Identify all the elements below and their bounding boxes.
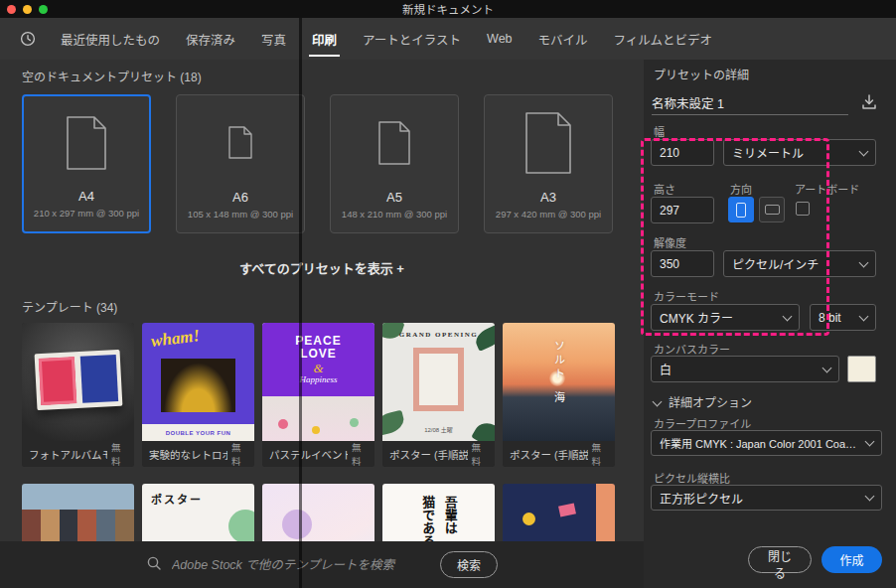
tab-web[interactable]: Web <box>474 18 524 60</box>
orientation-landscape-button[interactable] <box>759 197 785 222</box>
document-page-icon <box>485 95 612 190</box>
preset-name: A4 <box>78 189 94 204</box>
chevron-down-icon <box>822 363 832 372</box>
download-tray-icon <box>859 92 879 112</box>
color-mode-label: カラーモード <box>654 288 719 304</box>
chevron-down-icon <box>865 437 875 447</box>
color-mode-dropdown[interactable]: CMYK カラー <box>651 304 800 331</box>
preset-card-a3[interactable]: A3 297 x 420 mm @ 300 ppi <box>484 94 613 233</box>
pixel-aspect-label: ピクセル縦横比 <box>654 470 730 486</box>
titlebar: 新規ドキュメント <box>0 0 896 18</box>
template-label: ポスター (手順説… <box>389 447 468 462</box>
retro-poster-thumbnail: wham! DOUBLE YOUR FUN <box>142 323 254 441</box>
canvas-color-label: カンバスカラー <box>654 341 730 357</box>
preset-card-a4[interactable]: A4 210 x 297 mm @ 300 ppi <box>22 94 151 233</box>
new-document-dialog: 新規ドキュメント 最近使用したもの 保存済み 写真 印刷 アートとイラスト We… <box>0 0 896 588</box>
template-card-grand-opening[interactable]: GRAND OPENING 12/08 土曜 ポスター (手順説… 無料 <box>382 323 495 467</box>
preset-card-a6[interactable]: A6 105 x 148 mm @ 300 ppi <box>176 94 305 233</box>
document-page-icon <box>177 95 304 190</box>
color-profile-label: カラープロファイル <box>654 415 751 431</box>
template-label: ポスター (手順説… <box>510 447 588 462</box>
tab-recent[interactable]: 最近使用したもの <box>48 18 173 60</box>
chevron-down-icon <box>865 492 875 502</box>
panel-title: プリセットの詳細 <box>654 66 749 82</box>
width-input[interactable]: 210 <box>651 139 714 166</box>
free-badge: 無料 <box>352 440 368 467</box>
preset-name: A6 <box>232 190 248 205</box>
orientation-portrait-button[interactable] <box>728 197 754 222</box>
canvas-color-dropdown[interactable]: 白 <box>651 356 839 382</box>
height-label: 高さ <box>654 181 675 197</box>
width-label: 幅 <box>654 123 665 139</box>
template-card-retro-poster[interactable]: wham! DOUBLE YOUR FUN 実験的なレトロポ… 無料 <box>142 323 254 467</box>
preset-dimensions: 210 x 297 mm @ 300 ppi <box>34 208 139 219</box>
chevron-down-icon <box>653 397 663 407</box>
create-button[interactable]: 作成 <box>821 546 882 573</box>
pastel-event-thumbnail: PEACE LOVE & Happiness <box>262 323 374 441</box>
document-page-icon <box>24 96 149 189</box>
bit-depth-dropdown[interactable]: 8 bit <box>810 304 876 331</box>
show-all-presets-link[interactable]: すべてのプリセットを表示 + <box>0 258 644 277</box>
template-search-bar: 検索 <box>0 541 644 588</box>
grand-opening-thumbnail: GRAND OPENING 12/08 土曜 <box>382 323 495 441</box>
templates-section-title: テンプレート (34) <box>22 298 117 315</box>
preset-dimensions: 297 x 420 mm @ 300 ppi <box>496 209 601 220</box>
tab-mobile[interactable]: モバイル <box>525 18 601 60</box>
template-label: フォトアルバムモ… <box>29 447 107 462</box>
canvas-color-swatch[interactable] <box>847 356 876 382</box>
resolution-label: 解像度 <box>654 234 686 250</box>
tab-art-illustration[interactable]: アートとイラスト <box>350 18 474 60</box>
close-button[interactable]: 閉じる <box>748 546 812 573</box>
preset-dimensions: 148 x 210 mm @ 300 ppi <box>342 209 447 220</box>
save-preset-button[interactable] <box>856 89 882 115</box>
stock-search-input[interactable] <box>172 558 402 572</box>
portrait-icon <box>736 203 746 218</box>
free-badge: 無料 <box>231 440 247 467</box>
photo-album-thumbnail <box>22 323 134 441</box>
search-button[interactable]: 検索 <box>440 551 498 578</box>
clock-icon <box>20 31 36 47</box>
tab-film-video[interactable]: フィルムとビデオ <box>601 18 726 60</box>
free-badge: 無料 <box>111 440 127 467</box>
resolution-unit-dropdown[interactable]: ピクセル/インチ <box>723 250 876 277</box>
sunset-sea-thumbnail: ソルト海 <box>503 323 615 441</box>
search-icon <box>146 555 162 575</box>
document-name-field[interactable]: 名称未設定 1 <box>652 91 848 115</box>
template-label: パステルイベント… <box>269 447 348 462</box>
color-profile-dropdown[interactable]: 作業用 CMYK : Japan Color 2001 Coa… <box>651 430 882 456</box>
orientation-label: 方向 <box>730 181 752 197</box>
height-input[interactable]: 297 <box>651 197 714 223</box>
preset-dimensions: 105 x 148 mm @ 300 ppi <box>188 209 293 220</box>
artboard-checkbox[interactable] <box>796 202 810 216</box>
artboard-label: アートボード <box>795 181 859 197</box>
content-area: 空のドキュメントプリセット (18) A4 210 x 297 mm @ 300… <box>0 60 644 588</box>
chevron-down-icon <box>783 311 793 321</box>
chevron-down-icon <box>859 146 869 156</box>
landscape-icon <box>765 205 780 215</box>
preset-card-a5[interactable]: A5 148 x 210 mm @ 300 ppi <box>330 94 459 233</box>
free-badge: 無料 <box>592 440 609 467</box>
preset-name: A5 <box>386 190 402 205</box>
chevron-down-icon <box>859 257 869 267</box>
advanced-options-toggle[interactable]: 詳細オプション <box>654 393 752 410</box>
template-card-pastel-event[interactable]: PEACE LOVE & Happiness パステルイベント… 無料 <box>262 323 374 467</box>
width-unit-dropdown[interactable]: ミリメートル <box>723 139 876 166</box>
preset-details-panel: プリセットの詳細 名称未設定 1 幅 210 ミリメートル 高さ 方向 アートボ… <box>644 60 896 588</box>
free-badge: 無料 <box>472 440 489 467</box>
presets-section-title: 空のドキュメントプリセット (18) <box>22 68 202 84</box>
template-card-photo-album[interactable]: フォトアルバムモ… 無料 <box>22 323 134 467</box>
tab-print[interactable]: 印刷 <box>299 18 350 60</box>
template-card-salt-sea[interactable]: ソルト海 ポスター (手順説… 無料 <box>503 323 615 467</box>
tab-saved[interactable]: 保存済み <box>173 18 248 60</box>
chevron-down-icon <box>859 311 869 321</box>
pixel-aspect-dropdown[interactable]: 正方形ピクセル <box>651 485 882 511</box>
template-label: 実験的なレトロポ… <box>149 447 227 462</box>
document-page-icon <box>331 95 458 190</box>
preset-name: A3 <box>540 190 556 205</box>
window-title: 新規ドキュメント <box>0 1 896 17</box>
resolution-input[interactable]: 350 <box>651 250 714 277</box>
category-tabbar: 最近使用したもの 保存済み 写真 印刷 アートとイラスト Web モバイル フィ… <box>0 18 896 60</box>
tab-photo[interactable]: 写真 <box>248 18 299 60</box>
